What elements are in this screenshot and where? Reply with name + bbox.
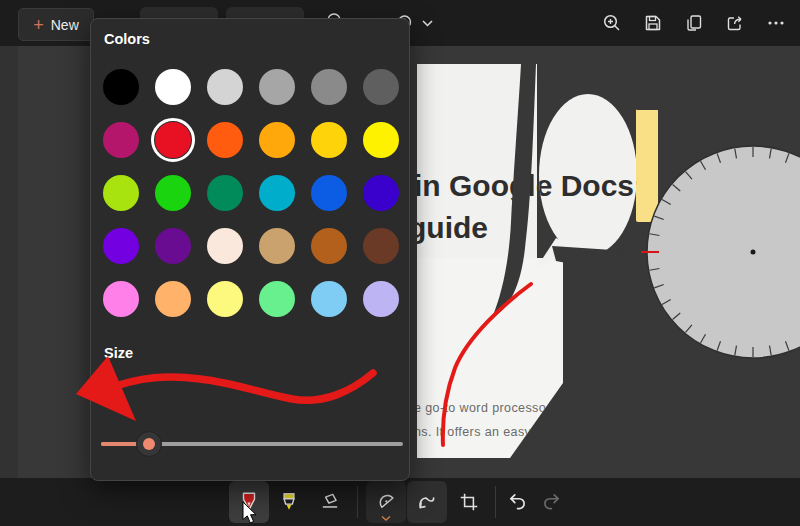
undo-icon [506,491,528,513]
crop-button[interactable] [449,481,489,523]
ballpoint-pen-icon [238,491,260,513]
topbar-actions [596,0,792,46]
color-swatch-black[interactable] [103,69,139,105]
chevron-down-icon[interactable] [421,18,434,28]
color-swatch-light-blue[interactable] [311,281,347,317]
shapes-icon [416,491,438,513]
color-swatch-brown[interactable] [311,228,347,264]
color-swatch-grid [103,69,399,317]
protractor-icon [375,491,397,513]
toolbar-separator [495,486,496,518]
color-swatch-charcoal[interactable] [363,69,399,105]
svg-text:e go-to word processo: e go-to word processo [414,401,546,415]
color-swatch-cyan[interactable] [259,175,295,211]
copy-icon [684,13,704,33]
color-swatch-light-gray[interactable] [207,69,243,105]
color-swatch-gray[interactable] [259,69,295,105]
save-icon [643,13,663,33]
size-slider[interactable] [101,431,403,457]
colors-flyout: Colors Size [90,18,410,481]
ballpoint-pen-button[interactable] [229,481,269,523]
color-swatch-blue[interactable] [311,175,347,211]
color-swatch-yellow-green[interactable] [103,175,139,211]
svg-text:guide: guide [408,211,488,244]
slider-thumb[interactable] [136,431,162,457]
color-swatch-dark-brown[interactable] [363,228,399,264]
color-swatch-cream[interactable] [207,228,243,264]
eraser-icon [319,491,341,513]
color-swatch-orange[interactable] [259,122,295,158]
snipping-tool-window: in Google Docs: guide e go-to word proce… [0,0,800,526]
more-icon [766,13,786,33]
new-button-label: New [51,17,79,33]
share-icon [725,13,745,33]
color-swatch-green[interactable] [155,175,191,211]
size-label: Size [104,345,133,361]
protractor-chevron-icon [380,515,392,522]
protractor[interactable] [641,146,800,358]
copy-button[interactable] [678,7,710,39]
highlighter-icon [278,491,300,513]
color-swatch-light-yellow[interactable] [207,281,243,317]
new-snip-button[interactable]: + New [18,8,94,41]
color-swatch-white[interactable] [155,69,191,105]
shapes-button[interactable] [407,481,447,523]
more-options-button[interactable] [760,7,792,39]
color-swatch-violet[interactable] [103,228,139,264]
color-swatch-light-green[interactable] [259,281,295,317]
zoom-in-icon [602,13,622,33]
highlighter-button[interactable] [269,481,309,523]
color-swatch-peach[interactable] [155,281,191,317]
redo-button[interactable] [532,481,572,523]
color-swatch-indigo[interactable] [363,175,399,211]
redo-icon [541,491,563,513]
slider-thumb-dot [143,438,155,450]
color-swatch-golden-yellow[interactable] [311,122,347,158]
color-swatch-teal-green[interactable] [207,175,243,211]
crop-icon [458,491,480,513]
color-swatch-yellow[interactable] [363,122,399,158]
color-swatch-red[interactable] [155,122,191,158]
color-swatch-pink[interactable] [103,281,139,317]
toolbar-separator [357,486,358,518]
eraser-button[interactable] [310,481,350,523]
color-swatch-tan[interactable] [259,228,295,264]
share-button[interactable] [719,7,751,39]
colors-title: Colors [104,31,150,47]
color-swatch-dark-gray[interactable] [311,69,347,105]
undo-button[interactable] [497,481,537,523]
color-swatch-purple[interactable] [155,228,191,264]
color-swatch-lavender[interactable] [363,281,399,317]
save-button[interactable] [637,7,669,39]
color-swatch-magenta[interactable] [103,122,139,158]
plus-icon: + [33,16,44,34]
doc-accent-strip [636,108,658,222]
zoom-in-button[interactable] [596,7,628,39]
color-swatch-orange-red[interactable] [207,122,243,158]
ruler-protractor-button[interactable] [366,481,406,523]
svg-text:ns. It offers an easy: ns. It offers an easy [414,425,532,439]
annotation-toolbar [0,478,800,526]
